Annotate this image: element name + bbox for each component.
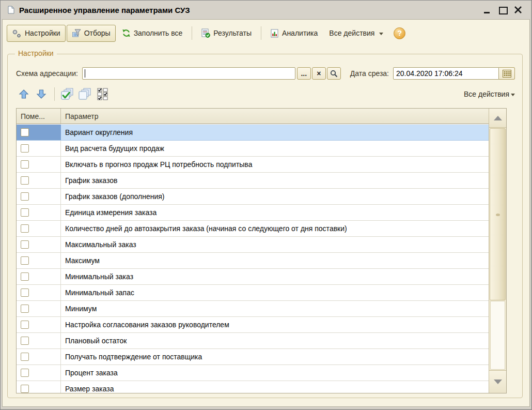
table-row[interactable]: Максимум (17, 253, 489, 269)
row-checkbox[interactable] (21, 272, 29, 281)
settings-button-label: Настройки (25, 29, 60, 37)
chart-doc-icon (271, 29, 279, 38)
row-checkbox[interactable] (21, 353, 29, 361)
row-check-cell (17, 317, 61, 332)
parameter-name: Плановый остаток (61, 333, 489, 348)
results-button[interactable]: Результаты (196, 25, 257, 42)
row-checkbox[interactable] (21, 208, 29, 217)
parameter-name: Размер заказа (61, 381, 489, 393)
help-button[interactable]: ? (394, 27, 405, 39)
row-checkbox[interactable] (21, 224, 29, 233)
table-row[interactable]: Минимальный запас (17, 285, 489, 301)
triangle-down-icon (494, 379, 502, 384)
row-checkbox[interactable] (21, 385, 29, 393)
minimize-icon[interactable] (483, 6, 491, 13)
move-down-button[interactable] (34, 87, 49, 101)
text-cursor (85, 69, 85, 78)
scroll-down-button[interactable] (489, 370, 506, 393)
analytics-button-label: Аналитика (282, 29, 318, 37)
row-checkbox[interactable] (21, 369, 29, 377)
uncheck-all-button[interactable] (77, 87, 93, 101)
parameter-name: Минимум (61, 301, 489, 316)
table-header: Поме... Параметр (17, 109, 489, 124)
table-row[interactable]: Размер заказа (17, 381, 489, 393)
clear-button[interactable]: × (312, 67, 326, 80)
parameter-name: Минимальный заказ (61, 269, 489, 284)
help-glyph: ? (398, 29, 402, 37)
row-checkbox[interactable] (21, 144, 29, 153)
table-row[interactable]: Единица измерения заказа (17, 205, 489, 221)
thumb-grip (496, 214, 500, 216)
row-check-cell (17, 157, 61, 172)
calendar-icon (503, 70, 511, 78)
address-scheme-input[interactable] (82, 67, 295, 80)
table-row[interactable]: График заказов (дополнения) (17, 189, 489, 205)
close-icon[interactable] (514, 6, 522, 13)
invert-marks-icon (97, 88, 108, 100)
row-check-cell (17, 125, 61, 140)
list-all-actions-button[interactable]: Все действия (464, 90, 515, 98)
row-check-cell (17, 301, 61, 316)
open-button[interactable] (327, 67, 341, 80)
gears-icon (12, 29, 22, 38)
row-check-cell (17, 221, 61, 236)
table-row[interactable]: Настройка согласования заказов руководит… (17, 317, 489, 333)
arrow-down-icon (36, 89, 47, 99)
row-checkbox[interactable] (21, 128, 29, 136)
move-up-button[interactable] (16, 87, 32, 101)
parameter-name: Единица измерения заказа (61, 205, 489, 220)
table-row[interactable]: Количество дней до автозакрытия заказа (… (17, 221, 489, 237)
column-header-parameter[interactable]: Параметр (61, 109, 489, 124)
invert-marks-button[interactable] (95, 87, 111, 101)
parameter-name: Процент заказа (61, 365, 489, 381)
choose-button[interactable]: ... (297, 67, 311, 80)
row-checkbox[interactable] (21, 321, 29, 329)
table-row[interactable]: Процент заказа (17, 365, 489, 381)
column-header-marked[interactable]: Поме... (17, 109, 61, 124)
check-all-button[interactable] (60, 87, 75, 101)
parameter-name: Включать в прогноз продаж РЦ потребность… (61, 157, 489, 172)
chevron-down-icon (511, 94, 515, 96)
date-slice-input[interactable] (393, 67, 499, 80)
parameter-name: Количество дней до автозакрытия заказа (… (61, 221, 489, 236)
list-all-actions-label: Все действия (464, 90, 509, 98)
row-checkbox[interactable] (21, 288, 29, 297)
row-checkbox[interactable] (21, 256, 29, 265)
all-actions-button[interactable]: Все действия (324, 25, 388, 42)
document-icon (7, 6, 15, 14)
row-check-cell (17, 349, 61, 365)
filters-button[interactable]: Отборы (67, 25, 116, 42)
scrollbar-thumb[interactable] (490, 128, 506, 300)
table-row[interactable]: Плановый остаток (17, 333, 489, 349)
parameter-name: Максимальный заказ (61, 237, 489, 252)
calendar-button[interactable] (499, 67, 515, 80)
table-row[interactable]: Минимум (17, 301, 489, 317)
table-row[interactable]: Включать в прогноз продаж РЦ потребность… (17, 157, 489, 173)
table-row[interactable]: Вид расчета будущих продаж (17, 141, 489, 157)
table-row[interactable]: Максимальный заказ (17, 237, 489, 253)
app-window: Расширенное управление параметрами СУЗ (0, 0, 532, 410)
analytics-button[interactable]: Аналитика (265, 25, 323, 42)
row-check-cell (17, 141, 61, 156)
results-button-label: Результаты (213, 29, 252, 37)
chevron-down-icon (379, 33, 383, 35)
row-checkbox[interactable] (21, 240, 29, 249)
table-row[interactable]: График заказов (17, 173, 489, 189)
row-checkbox[interactable] (21, 176, 29, 185)
row-checkbox[interactable] (21, 337, 29, 345)
fill-all-button[interactable]: Заполнить все (117, 25, 188, 42)
table-row[interactable]: Минимальный заказ (17, 269, 489, 285)
table-row[interactable]: Вариант округления (17, 125, 489, 141)
settings-button[interactable]: Настройки (7, 25, 66, 42)
table-row[interactable]: Получать подтверждение от поставщика (17, 349, 489, 365)
row-check-cell (17, 365, 61, 381)
scrollbar-track[interactable] (490, 301, 505, 370)
row-checkbox[interactable] (21, 160, 29, 169)
fill-all-button-label: Заполнить все (134, 29, 183, 37)
arrow-up-icon (18, 89, 29, 99)
row-checkbox[interactable] (21, 192, 29, 201)
row-checkbox[interactable] (21, 305, 29, 313)
scroll-up-button[interactable] (489, 109, 506, 128)
parameters-table: Поме... Параметр Вариант округления Вид … (16, 108, 507, 393)
maximize-icon[interactable] (498, 6, 507, 13)
